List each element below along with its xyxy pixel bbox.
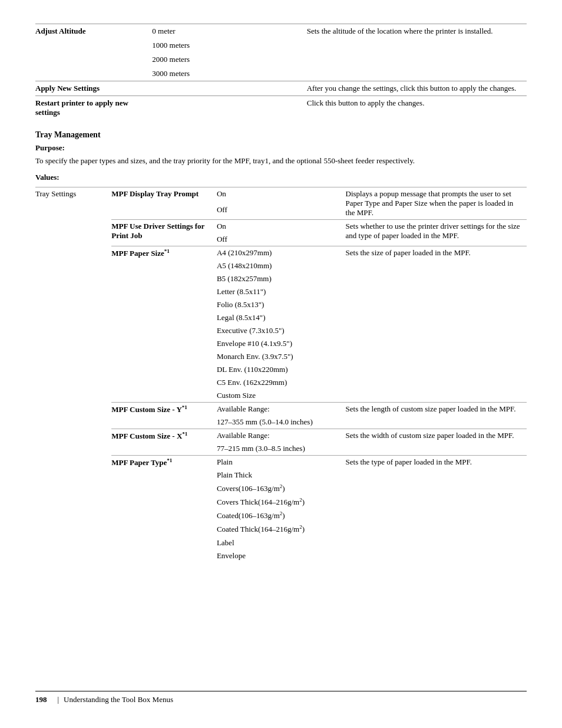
tray-value: 77–215 mm (3.0–8.5 inches) [217,442,346,456]
tray-value: DL Env. (110x220mm) [217,363,346,376]
values-label: Values: [35,173,527,182]
tray-value: Label [217,536,346,549]
setting-label: Apply New Settings [35,81,152,96]
tray-value: Monarch Env. (3.9x7.5") [217,350,346,363]
tray-sublabel: MPF Paper Type*1 [111,455,217,562]
tray-value: Coated Thick(164–216g/m2) [217,522,346,536]
setting-description: Click this button to apply the changes. [307,96,527,120]
setting-value: 3000 meters [152,67,306,81]
tray-value: Letter (8.5x11") [217,285,346,298]
tray-sublabel: MPF Display Tray Prompt [111,187,217,219]
setting-value: 2000 meters [152,52,306,67]
tray-settings-table: Tray SettingsMPF Display Tray PromptOnDi… [35,187,527,562]
footer-separator: | [58,695,59,704]
tray-description: Sets whether to use the printer driver s… [346,219,527,246]
setting-value [152,96,306,120]
purpose-label: Purpose: [35,143,527,153]
tray-description: Sets the size of paper loaded in the MPF… [346,246,527,402]
top-settings-table: Adjust Altitude0 meterSets the altitude … [35,24,527,120]
tray-value: Legal (8.5x14") [217,311,346,324]
tray-value: On [217,219,346,233]
section-heading: Tray Management [35,130,527,140]
tray-value: Custom Size [217,389,346,403]
purpose-text: To specify the paper types and sizes, an… [35,155,527,167]
tray-value: Plain Thick [217,469,346,482]
page-content: Adjust Altitude0 meterSets the altitude … [35,24,527,562]
tray-value: Covers(106–163g/m2) [217,482,346,495]
tray-value: Available Range: [217,402,346,416]
setting-value: 0 meter [152,24,306,39]
setting-description: Sets the altitude of the location where … [307,24,527,81]
tray-value: A4 (210x297mm) [217,246,346,259]
tray-value: Off [217,203,346,220]
tray-value: Covers Thick(164–216g/m2) [217,495,346,509]
tray-value: Folio (8.5x13") [217,298,346,311]
setting-label: Adjust Altitude [35,24,152,81]
tray-sublabel: MPF Custom Size - X*1 [111,429,217,455]
tray-value: C5 Env. (162x229mm) [217,376,346,389]
tray-value: Plain [217,455,346,469]
tray-sublabel: MPF Use Driver Settings for Print Job [111,219,217,246]
setting-label: Restart printer to apply new settings [35,96,152,120]
tray-value: Envelope [217,549,346,562]
tray-sublabel: MPF Custom Size - Y*1 [111,402,217,429]
tray-value: A5 (148x210mm) [217,259,346,272]
tray-value: 127–355 mm (5.0–14.0 inches) [217,416,346,429]
tray-settings-label: Tray Settings [35,187,111,562]
tray-value: Available Range: [217,429,346,442]
footer-page-number: 198 [35,695,47,704]
setting-value: 1000 meters [152,38,306,52]
footer-text: Understanding the Tool Box Menus [64,695,173,704]
setting-description: After you change the settings, click thi… [307,81,527,96]
tray-value: B5 (182x257mm) [217,272,346,285]
tray-value: Envelope #10 (4.1x9.5") [217,337,346,350]
setting-value [152,81,306,96]
tray-description: Sets the type of paper loaded in the MPF… [346,455,527,562]
tray-sublabel: MPF Paper Size*1 [111,246,217,402]
tray-description: Sets the length of custom size paper loa… [346,402,527,429]
tray-value: Coated(106–163g/m2) [217,509,346,522]
tray-description: Sets the width of custom size paper load… [346,429,527,455]
page-footer: 198 | Understanding the Tool Box Menus [35,691,527,704]
tray-value: Off [217,233,346,246]
tray-value: Executive (7.3x10.5") [217,324,346,337]
tray-value: On [217,187,346,203]
tray-description: Displays a popup message that prompts th… [346,187,527,219]
